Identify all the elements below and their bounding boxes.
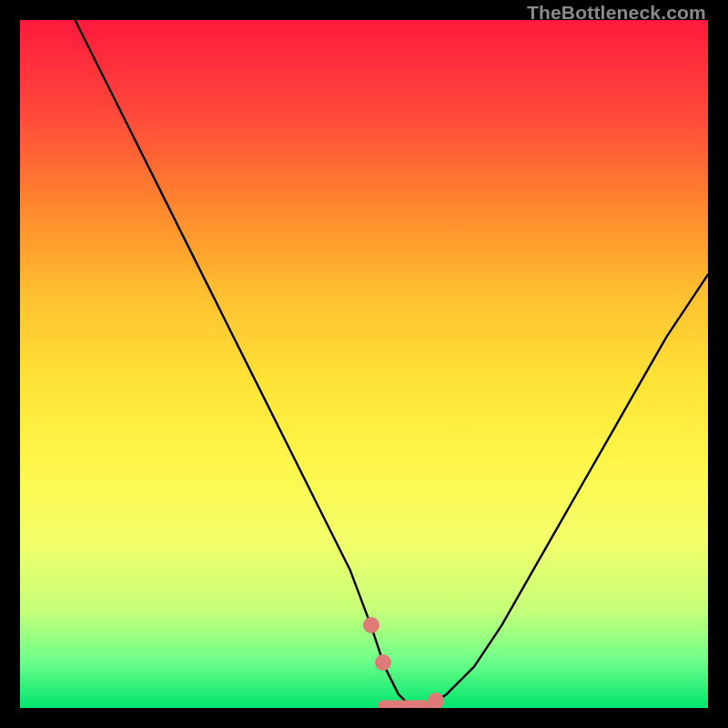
chart-frame: TheBottleneck.com [0,0,728,728]
curve-marker-bar [378,700,426,708]
bottleneck-curve [20,20,708,708]
curve-marker-dot [375,654,391,671]
plot-area [20,20,708,708]
curve-marker-dot [363,617,379,633]
curve-marker-dot [428,693,444,708]
